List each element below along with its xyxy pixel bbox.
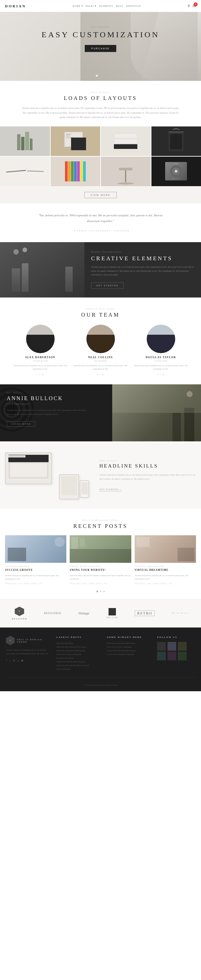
search-icon[interactable]: ⚲ [188,4,190,8]
footer: D THIS IS DORIAN THEME Alorem ulsecam et… [0,627,201,691]
social-in-icon-2[interactable]: in [102,373,104,376]
social-f-icon-3[interactable]: f [157,373,158,376]
hero-dot-1[interactable] [96,75,98,77]
footer-post-link-8[interactable]: Stock & Design [56,668,101,670]
creative-image [0,242,84,298]
gallery-item-1 [0,126,50,156]
social-t-icon-3[interactable]: t [160,373,160,376]
posts-title: RECENT POSTS [5,523,196,529]
footer-post-link-1[interactable]: Step Into the Weird [56,642,101,644]
footer-post-link-4[interactable]: Start Up or Grow a Business [56,653,101,655]
posts-section: Build a Beautiful Blog RECENT POSTS SUCC… [0,509,201,599]
hero-subtitle: Full Control [0,25,201,28]
hero-content: Full Control EASY CUSTOMIZATION PURCHASE [0,12,201,52]
creative-get-started-button[interactable]: GET STARTED [91,282,123,289]
footer-post-link-2[interactable]: Find Out More About All Products [56,646,101,648]
footer-col-widget: SOME WIDGET HERE Read Our Awesome Public… [107,636,152,671]
posts-grid: SUCCESS GROOVE SUCCESS GROOVE Alorem uls… [5,535,196,584]
hero-section: Full Control EASY CUSTOMIZATION PURCHASE [0,12,201,81]
footer-widget-link-1[interactable]: Read Our Awesome Publications [107,642,152,644]
footer-post-link-5[interactable]: See How Aly Hotel [56,657,101,659]
post-1-excerpt: Alorem ulsecam et liquillas nin cu, sit … [5,574,66,581]
logo-thecube: THE CUBE [106,608,118,619]
nav-link-pages[interactable]: PAGES ▾ [86,5,97,7]
team-member-2-name: NEAL COLLINS [72,356,129,359]
footer-widget-link-2[interactable]: Start Up or Grow a Business [107,646,152,648]
footer-post-link-7[interactable]: Grow Up More & Introduce Yourself [56,664,101,667]
social-pinterest-icon[interactable]: p [18,659,19,662]
post-2-title: SWING YOUR WEBSITE! [70,568,131,572]
gallery-item-6 [51,157,100,186]
footer-post-link-3[interactable]: Read Our Awesome Publications [56,649,101,652]
post-3-label: VIRTUAL DREAMTIME [135,565,196,568]
team-member-1-name: ALEX ROBERTSON [12,356,69,359]
logo-register-text: REGISTER [12,617,27,620]
team-member-1-role: Founder & Chief [12,360,69,362]
skills-content: Easy Project HEADLINE SKILLS Alorem ulse… [99,459,196,492]
view-more-button[interactable]: VIEW MORE [84,192,117,198]
social-f-icon[interactable]: f [36,373,38,376]
annie-name: ANNIE BULLOCK [7,395,90,401]
post-card-3: VIRTUAL DREAMTIME VIRTUAL DREAMTIME Alor… [135,535,196,584]
posts-dot-3[interactable] [103,590,105,592]
annie-section: Our Office ANNIE BULLOCK Vice President … [0,384,201,441]
footer-widget-link-3[interactable]: Check Out Our Resident Projects [107,649,152,652]
footer-latest-posts-title: LATEST POSTS [56,636,101,639]
post-card-1: SUCCESS GROOVE SUCCESS GROOVE Alorem uls… [5,535,66,584]
nav-link-blog[interactable]: BLOG [116,5,123,7]
post-card-2: SWING YOUR WEBSITE! SWING YOUR WEBSITE! … [70,535,131,584]
gallery-item-7 [101,157,151,186]
layouts-section: Easy Project LOADS OF LAYOUTS Alorem uls… [0,81,201,126]
posts-dot-2[interactable] [100,590,101,592]
footer-social-img-5 [168,652,176,660]
team-label: Publish Your Team [5,307,196,310]
team-title: OUR TEAM [5,312,196,318]
nav-link-home[interactable]: HOME ▾ [73,5,83,7]
social-twitter-icon[interactable]: t [9,659,10,662]
quote-section: "Nec delenit periculis ex. Nihil exptemd… [0,203,201,242]
social-in-icon[interactable]: in [41,373,44,376]
nav-link-elements[interactable]: ELEMENTS [99,5,113,7]
gallery-item-3 [101,126,151,156]
social-facebook-icon[interactable]: f [6,659,7,662]
skills-section: APPLICATION Easy Project HEADLINE SKILLS… [0,441,201,509]
view-more-wrap: VIEW MORE [0,186,201,203]
footer-social-img-4 [157,652,166,660]
creative-badge: Highly Customizable [91,251,194,253]
gallery-grid: PHOTO BOOK MOCKUP [0,126,201,186]
team-photo-1 [26,325,55,353]
gallery-item-5 [0,157,50,186]
hero-dot-3[interactable] [103,75,105,77]
nav-link-portfolio[interactable]: PORTFOLIO [126,5,141,7]
social-in-icon-3[interactable]: in [162,373,164,376]
post-image-2 [70,535,131,563]
posts-dot-1[interactable] [97,590,98,592]
social-instagram-icon[interactable]: ⊕ [13,659,16,662]
hero-dot-2[interactable] [100,75,101,77]
hero-purchase-button[interactable]: PURCHASE [85,45,117,52]
post-3-title: VIRTUAL DREAMTIME [135,568,196,572]
social-t-icon[interactable]: t [39,373,40,376]
skills-text: Alorem ulsecam et liquillas nin cu, sit … [99,473,196,481]
post-1-meta: PERSONAL USE | APRIL FIRST | ED. [5,582,66,585]
footer-social-img-3 [178,642,187,651]
team-section: Publish Your Team OUR TEAM ALEX ROBERTSO… [0,298,201,385]
device-phone [80,480,89,498]
hero-dots [96,75,105,77]
post-2-excerpt: Find Out More About All Products alorem … [70,574,131,581]
annie-learn-more-button[interactable]: LEARN MORE [7,421,35,426]
skills-get-started-link[interactable]: GET STARTED → [99,488,122,492]
annie-text: Alorem ulsecam et liquillas nin cu, sit … [7,408,90,415]
nav-logo[interactable]: DORIAN [5,4,26,8]
logos-grid: R REGISTER DESIGNBIO Vintage THE CUBE RE… [5,607,196,620]
social-f-icon-2[interactable]: f [97,373,98,376]
team-member-1: ALEX ROBERTSON Founder & Chief Alorem ul… [12,325,69,376]
social-t-icon-2[interactable]: t [100,373,100,376]
social-youtube-icon[interactable]: ▶ [21,659,24,662]
footer-bottom: © 2023 Dorian Theme. All rights reserved… [6,678,195,687]
footer-widget-link-4[interactable]: Grow Up & Introduce Yourself [107,653,152,655]
layouts-label: Easy Project [7,91,194,94]
team-grid: ALEX ROBERTSON Founder & Chief Alorem ul… [5,325,196,376]
footer-post-link-6[interactable]: Check Out Our Resident Projects [56,660,101,663]
post-image-1 [5,535,66,563]
